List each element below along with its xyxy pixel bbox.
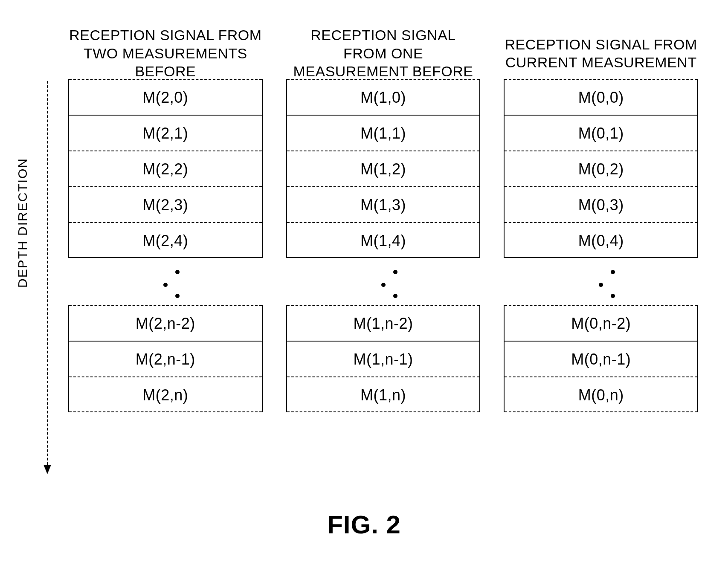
dot-icon bbox=[393, 294, 397, 298]
table-row: M(0,1) bbox=[505, 115, 697, 151]
columns-container: RECEPTION SIGNAL FROM TWO MEASUREMENTS B… bbox=[68, 28, 698, 412]
arrow-head-icon bbox=[44, 465, 51, 474]
table-row: M(2,4) bbox=[69, 222, 262, 258]
vertical-ellipsis bbox=[504, 258, 698, 305]
table-row: M(0,4) bbox=[505, 222, 697, 258]
top-group: M(0,0) M(0,1) M(0,2) M(0,3) M(0,4) bbox=[504, 79, 698, 258]
column-title: RECEPTION SIGNAL FROM ONE MEASUREMENT BE… bbox=[293, 28, 473, 79]
table-row: M(1,1) bbox=[287, 115, 480, 151]
dot-icon bbox=[175, 270, 180, 274]
table-row: M(1,2) bbox=[287, 151, 480, 186]
column-one-before: RECEPTION SIGNAL FROM ONE MEASUREMENT BE… bbox=[286, 28, 481, 412]
depth-direction-label: DEPTH DIRECTION bbox=[15, 158, 30, 288]
table-row: M(0,n-1) bbox=[505, 341, 697, 376]
dot-icon bbox=[175, 294, 180, 298]
table-row: M(2,n) bbox=[69, 376, 262, 412]
vertical-ellipsis bbox=[68, 258, 263, 305]
table-row: M(1,3) bbox=[287, 186, 480, 222]
table-row: M(1,4) bbox=[287, 222, 480, 258]
dot-icon bbox=[163, 283, 168, 287]
bottom-group: M(1,n-2) M(1,n-1) M(1,n) bbox=[286, 305, 481, 412]
dot-icon bbox=[393, 270, 397, 274]
dot-icon bbox=[611, 294, 615, 298]
vertical-ellipsis bbox=[286, 258, 481, 305]
table-row: M(1,n-1) bbox=[287, 341, 480, 376]
table-row: M(0,n-2) bbox=[505, 305, 697, 341]
column-title: RECEPTION SIGNAL FROM TWO MEASUREMENTS B… bbox=[68, 28, 263, 79]
table-row: M(0,2) bbox=[505, 151, 697, 186]
table-row: M(2,n-2) bbox=[69, 305, 262, 341]
table-row: M(2,1) bbox=[69, 115, 262, 151]
column-current: RECEPTION SIGNAL FROM CURRENT MEASUREMEN… bbox=[504, 28, 698, 412]
table-row: M(0,n) bbox=[505, 376, 697, 412]
table-row: M(1,n-2) bbox=[287, 305, 480, 341]
table-row: M(1,0) bbox=[287, 79, 480, 115]
column-body: M(2,0) M(2,1) M(2,2) M(2,3) M(2,4) M(2,n… bbox=[68, 79, 263, 412]
depth-direction-arrow bbox=[47, 81, 48, 473]
column-body: M(1,0) M(1,1) M(1,2) M(1,3) M(1,4) M(1,n… bbox=[286, 79, 481, 412]
table-row: M(2,0) bbox=[69, 79, 262, 115]
dot-icon bbox=[599, 283, 603, 287]
column-two-before: RECEPTION SIGNAL FROM TWO MEASUREMENTS B… bbox=[68, 28, 263, 412]
bottom-group: M(0,n-2) M(0,n-1) M(0,n) bbox=[504, 305, 698, 412]
bottom-group: M(2,n-2) M(2,n-1) M(2,n) bbox=[68, 305, 263, 412]
dot-icon bbox=[611, 270, 615, 274]
table-row: M(0,0) bbox=[505, 79, 697, 115]
figure-canvas: DEPTH DIRECTION RECEPTION SIGNAL FROM TW… bbox=[0, 0, 728, 582]
table-row: M(0,3) bbox=[505, 186, 697, 222]
top-group: M(1,0) M(1,1) M(1,2) M(1,3) M(1,4) bbox=[286, 79, 481, 258]
top-group: M(2,0) M(2,1) M(2,2) M(2,3) M(2,4) bbox=[68, 79, 263, 258]
figure-caption: FIG. 2 bbox=[0, 510, 728, 539]
arrow-shaft bbox=[47, 81, 48, 473]
table-row: M(2,n-1) bbox=[69, 341, 262, 376]
column-title: RECEPTION SIGNAL FROM CURRENT MEASUREMEN… bbox=[505, 28, 697, 79]
table-row: M(2,3) bbox=[69, 186, 262, 222]
dot-icon bbox=[381, 283, 386, 287]
table-row: M(1,n) bbox=[287, 376, 480, 412]
column-body: M(0,0) M(0,1) M(0,2) M(0,3) M(0,4) M(0,n… bbox=[504, 79, 698, 412]
table-row: M(2,2) bbox=[69, 151, 262, 186]
